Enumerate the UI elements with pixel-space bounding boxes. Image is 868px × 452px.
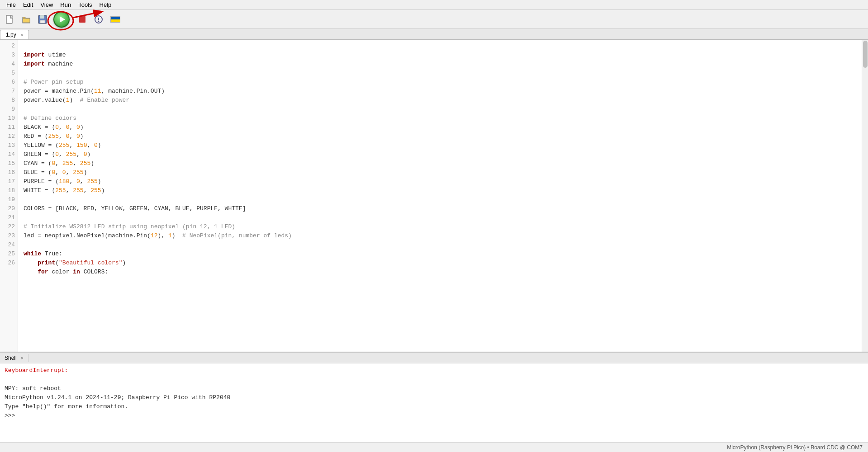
code-line-11: RED = (255, 0, 0)	[24, 133, 84, 140]
menu-view[interactable]: View	[37, 0, 57, 9]
code-line-22: led = neopixel.NeoPixel(machine.Pin(12),…	[24, 232, 292, 239]
tab-close-icon[interactable]: ×	[20, 32, 23, 38]
svg-rect-6	[79, 16, 85, 23]
statusbar: MicroPython (Raspberry Pi Pico) • Board …	[0, 442, 868, 452]
open-file-button[interactable]	[19, 12, 33, 27]
code-line-19: COLORS = [BLACK, RED, YELLOW, GREEN, CYA…	[24, 205, 246, 212]
code-line-2: import utime	[24, 52, 66, 58]
menu-help[interactable]: Help	[96, 0, 115, 9]
svg-point-9	[98, 20, 100, 22]
code-line-10: BLACK = (0, 0, 0)	[24, 124, 84, 131]
shell-line-3: MPY: soft reboot	[5, 384, 863, 393]
code-line-17: WHITE = (255, 255, 255)	[24, 187, 104, 194]
code-line-15: BLUE = (0, 0, 255)	[24, 169, 87, 176]
shell-panel: Shell × KeyboardInterrupt: MPY: soft reb…	[0, 352, 868, 442]
shell-line-4: MicroPython v1.24.1 on 2024-11-29; Raspb…	[5, 393, 863, 402]
stop-button[interactable]	[75, 12, 90, 27]
code-line-25: print("Beautiful colors")	[24, 259, 126, 266]
shell-tab-label: Shell	[5, 355, 17, 361]
new-file-button[interactable]	[3, 12, 17, 27]
editor-area: 2 3 4 5 6 7 8 9 10 11 12 13 14 15 16 17 …	[0, 40, 868, 352]
code-line-14: CYAN = (0, 255, 255)	[24, 160, 94, 167]
run-button[interactable]	[53, 11, 70, 28]
code-line-7: power.value(1) # Enable power	[24, 97, 129, 104]
save-file-icon	[38, 14, 47, 24]
debug-icon	[94, 14, 104, 24]
code-line-26: for color in COLORS:	[24, 268, 108, 275]
file-tab-1py[interactable]: 1.py ×	[0, 30, 29, 39]
code-line-16: PURPLE = (180, 0, 255)	[24, 178, 101, 185]
shell-tabbar: Shell ×	[0, 353, 868, 363]
flag-yellow	[111, 19, 120, 22]
code-line-12: YELLOW = (255, 150, 0)	[24, 142, 101, 149]
shell-line-5: Type "help()" for more information.	[5, 402, 863, 411]
line-numbers: 2 3 4 5 6 7 8 9 10 11 12 13 14 15 16 17 …	[0, 40, 18, 352]
code-line-24: while True:	[24, 250, 62, 257]
toolbar	[0, 10, 868, 29]
code-line-5: # Power pin setup	[24, 79, 84, 85]
tab-label: 1.py	[6, 32, 16, 38]
code-line-21: # Initialize WS2812 LED strip using neop…	[24, 223, 235, 230]
debug-button[interactable]	[91, 12, 106, 27]
menu-file[interactable]: File	[3, 0, 19, 9]
stop-icon	[77, 14, 87, 24]
shell-line-1: KeyboardInterrupt:	[5, 366, 863, 375]
code-editor[interactable]: import utime import machine # Power pin …	[18, 40, 868, 352]
code-line-3: import machine	[24, 61, 73, 67]
editor-scrollbar[interactable]	[862, 40, 868, 352]
shell-content[interactable]: KeyboardInterrupt: MPY: soft reboot Micr…	[0, 363, 868, 442]
svg-rect-3	[40, 20, 45, 23]
code-line-6: power = machine.Pin(11, machine.Pin.OUT)	[24, 88, 165, 94]
editor-tabbar: 1.py ×	[0, 29, 868, 40]
open-file-icon	[21, 14, 31, 24]
shell-prompt[interactable]: >>>	[5, 411, 863, 420]
code-line-9: # Define colors	[24, 115, 76, 122]
menu-edit[interactable]: Edit	[19, 0, 37, 9]
statusbar-text: MicroPython (Raspberry Pi Pico) • Board …	[727, 444, 863, 451]
menubar: File Edit View Run Tools Help	[0, 0, 868, 10]
menu-run[interactable]: Run	[57, 0, 75, 9]
shell-tab[interactable]: Shell ×	[0, 354, 28, 362]
shell-line-2	[5, 375, 863, 384]
save-file-button[interactable]	[35, 12, 50, 27]
new-file-icon	[5, 14, 15, 24]
menu-tools[interactable]: Tools	[75, 0, 95, 9]
main-area: 2 3 4 5 6 7 8 9 10 11 12 13 14 15 16 17 …	[0, 40, 868, 442]
code-line-13: GREEN = (0, 255, 0)	[24, 151, 90, 158]
svg-rect-2	[40, 15, 44, 19]
shell-close-icon[interactable]: ×	[21, 356, 24, 361]
scrollbar-thumb[interactable]	[863, 41, 868, 68]
ukraine-flag	[110, 16, 120, 23]
